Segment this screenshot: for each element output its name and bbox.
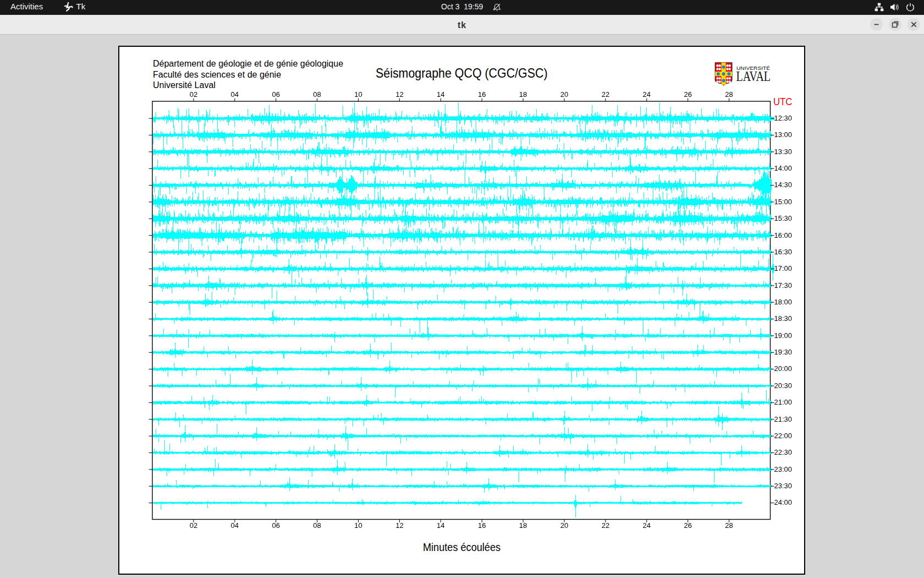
svg-text:LAVAL: LAVAL <box>736 69 771 84</box>
